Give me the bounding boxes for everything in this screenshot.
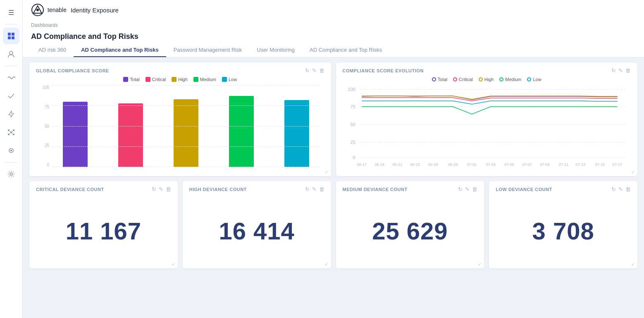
compliance-evolution-header: COMPLIANCE SCORE EVOLUTION ↻ ✎ 🗑 [343,67,631,74]
resize-handle-lo[interactable]: ↙ [631,261,635,267]
main-content: tenable Identity Exposure Dashboards AD … [23,0,644,318]
svg-point-17 [10,173,12,175]
svg-text:25: 25 [350,140,355,145]
legend-low: Low [222,77,237,82]
edit-icon[interactable]: ✎ [312,67,317,74]
tab-ad-compliance-top-risks-2[interactable]: AD Compliance and Top Risks [302,43,389,57]
tab-ad-compliance-top-risks[interactable]: AD Compliance and Top Risks [74,43,166,57]
svg-text:07-13: 07-13 [575,163,585,167]
refresh-icon-ev[interactable]: ↻ [611,67,616,74]
sidebar-item-users[interactable] [3,46,19,62]
svg-text:07-17: 07-17 [612,163,622,167]
bars-area [52,85,320,168]
delete-icon[interactable]: 🗑 [319,67,324,74]
medium-deviance-value: 25 629 [372,205,448,253]
sidebar-divider-2 [5,66,17,66]
delete-icon-hi[interactable]: 🗑 [319,186,324,192]
ev-legend-label-total: Total [438,77,447,82]
delete-icon-ev[interactable]: 🗑 [625,67,631,74]
tab-password-management[interactable]: Password Management Risk [166,43,249,57]
svg-text:50: 50 [350,122,355,127]
y-label-100: 100 [40,85,49,90]
refresh-icon-cr[interactable]: ↻ [152,186,156,192]
ev-legend-critical: Critical [453,77,473,82]
chart-row: GLOBAL COMPLIANCE SCORE ↻ ✎ 🗑 Total [29,62,637,176]
ev-legend-label-critical: Critical [459,77,473,82]
edit-icon-me[interactable]: ✎ [465,186,470,192]
low-deviance-body: 3 708 [496,196,631,262]
svg-marker-5 [9,111,14,117]
legend-dot-low [222,77,227,82]
legend-label-medium: Medium [200,77,216,82]
bar-wrap-medium [218,85,265,167]
sidebar-item-dashboard[interactable] [3,28,19,44]
resize-handle[interactable]: ↙ [325,169,329,175]
line-chart-svg: 100 75 50 25 0 06-17 06-19 06-21 06-23 0… [343,85,631,168]
legend-high: High [172,77,188,82]
svg-line-14 [11,132,14,134]
tabs-bar: AD risk 360 AD Compliance and Top Risks … [31,43,636,57]
tab-ad-risk-360[interactable]: AD risk 360 [31,43,74,57]
ev-legend-dot-total [432,77,436,81]
low-deviance-card: LOW DEVIANCE COUNT ↻ ✎ 🗑 3 708 ↙ [489,181,637,268]
low-deviance-title: LOW DEVIANCE COUNT [496,187,552,192]
svg-text:75: 75 [350,104,355,109]
header: tenable Identity Exposure Dashboards AD … [23,0,644,57]
sidebar-item-lightning[interactable] [3,106,19,122]
svg-point-4 [10,51,13,55]
refresh-icon-me[interactable]: ↻ [458,186,463,192]
ev-legend-dot-medium [499,77,503,81]
bar-wrap-high [162,85,210,167]
refresh-icon[interactable]: ↻ [305,67,310,74]
delete-icon-lo[interactable]: 🗑 [625,186,631,192]
sidebar-item-nodes[interactable] [3,124,19,141]
delete-icon-me[interactable]: 🗑 [472,186,477,192]
svg-text:06-21: 06-21 [392,163,402,167]
high-deviance-header: HIGH DEVIANCE COUNT ↻ ✎ 🗑 [189,186,324,192]
svg-point-16 [10,150,12,151]
legend-label-low: Low [229,77,237,82]
ev-legend-label-medium: Medium [505,77,521,82]
sidebar-item-check[interactable] [3,88,19,104]
medium-deviance-header: MEDIUM DEVIANCE COUNT ↻ ✎ 🗑 [343,186,478,192]
ev-legend-low: Low [527,77,541,82]
bar-medium [229,96,254,167]
svg-point-19 [36,9,39,11]
sidebar-item-wave[interactable] [3,69,19,86]
bar-high [174,99,198,167]
sidebar-item-dot[interactable] [3,142,19,159]
legend-label-total: Total [130,77,139,82]
delete-icon-cr[interactable]: 🗑 [166,186,171,192]
low-deviance-actions: ↻ ✎ 🗑 [611,186,631,192]
svg-text:07-05: 07-05 [504,163,514,167]
ev-legend-high: High [479,77,494,82]
ev-legend-dot-high [479,77,483,81]
svg-text:06-29: 06-29 [448,163,458,167]
high-deviance-value: 16 414 [219,205,294,253]
edit-icon-cr[interactable]: ✎ [159,186,163,192]
refresh-icon-hi[interactable]: ↻ [305,186,310,192]
global-compliance-header: GLOBAL COMPLIANCE SCORE ↻ ✎ 🗑 [36,67,324,74]
y-label-25: 25 [40,143,49,148]
hamburger-menu[interactable]: ☰ [3,4,19,21]
legend-dot-critical [145,77,150,82]
global-compliance-title: GLOBAL COMPLIANCE SCORE [36,68,109,73]
edit-icon-hi[interactable]: ✎ [312,186,317,192]
svg-rect-1 [12,33,14,36]
resize-handle-hi[interactable]: ↙ [325,261,329,267]
edit-icon-ev[interactable]: ✎ [618,67,623,74]
refresh-icon-lo[interactable]: ↻ [611,186,616,192]
logo: tenable Identity Exposure [31,3,119,17]
resize-handle-ev[interactable]: ↙ [631,169,635,175]
high-deviance-body: 16 414 [189,196,324,262]
breadcrumb-bar: Dashboards [31,19,636,30]
resize-handle-cr[interactable]: ↙ [172,261,175,267]
svg-rect-2 [8,36,11,39]
tab-user-monitoring[interactable]: User Monitoring [249,43,302,57]
svg-text:07-11: 07-11 [558,163,568,167]
edit-icon-lo[interactable]: ✎ [618,186,623,192]
resize-handle-me[interactable]: ↙ [478,261,482,267]
svg-text:06-26: 06-26 [428,163,438,167]
sidebar-item-settings[interactable] [3,166,19,182]
y-axis: 100 75 50 25 0 [40,85,52,168]
